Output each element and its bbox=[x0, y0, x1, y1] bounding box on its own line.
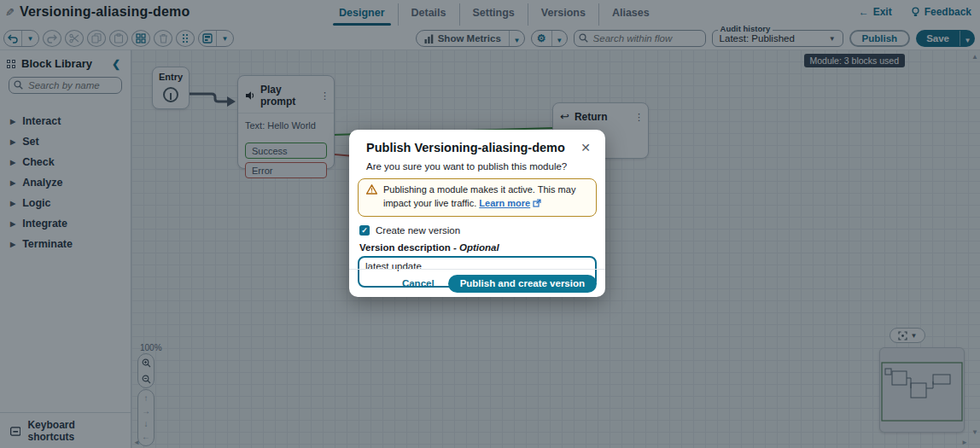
modal-title: Publish Versioning-aliasing-demo bbox=[366, 141, 578, 154]
checkbox-checked-icon[interactable]: ✓ bbox=[359, 225, 370, 236]
version-description-label: Version description - Optional bbox=[349, 236, 605, 253]
warning-alert: Publishing a module makes it active. Thi… bbox=[358, 178, 597, 217]
publish-modal: Publish Versioning-aliasing-demo ✕ Are y… bbox=[349, 130, 605, 297]
optional-hint: - Optional bbox=[453, 242, 499, 253]
modal-question: Are you sure you want to publish this mo… bbox=[349, 154, 605, 172]
warning-icon bbox=[366, 184, 377, 195]
checkbox-label: Create new version bbox=[376, 225, 460, 236]
publish-and-create-version-button[interactable]: Publish and create version bbox=[448, 275, 597, 293]
learn-more-link[interactable]: Learn more bbox=[479, 198, 530, 208]
modal-footer: Cancel Publish and create version bbox=[349, 269, 605, 297]
close-icon[interactable]: ✕ bbox=[578, 141, 593, 154]
app-window: ✎ Versioning-aliasing-demo Designer Deta… bbox=[0, 0, 980, 448]
create-new-version-checkbox[interactable]: ✓ Create new version bbox=[349, 217, 605, 236]
cancel-button[interactable]: Cancel bbox=[402, 278, 435, 288]
external-link-icon bbox=[533, 199, 541, 207]
